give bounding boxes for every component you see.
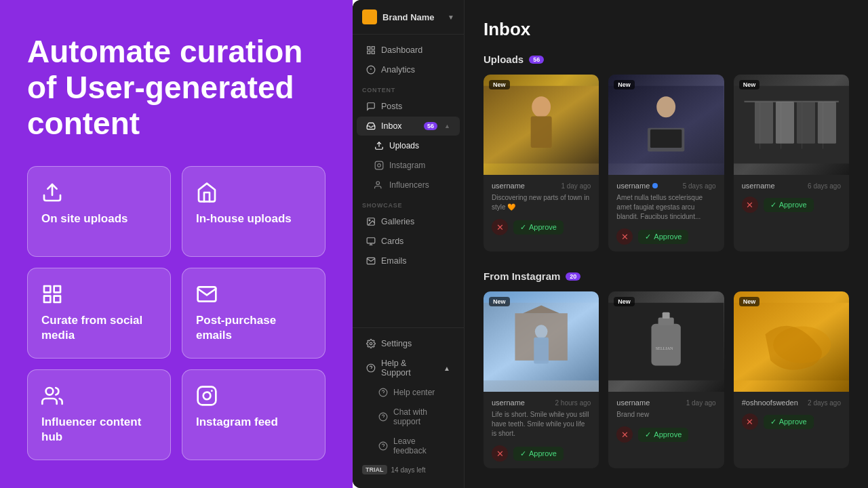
feature-label-on-site: On site uploads <box>41 211 157 226</box>
new-badge-3: New <box>739 80 760 89</box>
card-time-3: 6 days ago <box>808 182 841 190</box>
feedback-icon <box>378 441 388 451</box>
sidebar: Brand Name ▼ Dashboard Analytics <box>353 0 465 488</box>
insta-text-2: Brand new <box>616 410 715 420</box>
card-actions-2: ✕ Approve <box>616 228 715 245</box>
upload-icon <box>41 182 63 203</box>
card-meta-2: username 5 days ago <box>616 182 715 190</box>
card-image-woman <box>484 75 599 175</box>
uploads-cards-row: New username 1 day ago Discovering new p… <box>484 75 849 251</box>
svg-rect-36 <box>650 129 682 148</box>
svg-rect-16 <box>375 161 383 169</box>
sidebar-item-chat-support[interactable]: Chat with support <box>357 403 460 431</box>
brand-selector[interactable]: Brand Name ▼ <box>353 0 464 35</box>
upload-card-1: New username 1 day ago Discovering new p… <box>484 75 599 251</box>
svg-point-19 <box>369 220 370 221</box>
insta-reject-button-2[interactable]: ✕ <box>616 426 633 443</box>
insta-card-1: New username 2 hours ago Life is short. … <box>484 291 599 468</box>
svg-rect-54 <box>658 317 674 325</box>
sidebar-item-dashboard[interactable]: Dashboard <box>357 41 460 60</box>
sidebar-item-settings[interactable]: Settings <box>357 334 460 353</box>
sidebar-item-help-center[interactable]: Help center <box>357 383 460 402</box>
reject-button-3[interactable]: ✕ <box>742 197 758 213</box>
approve-button-2[interactable]: Approve <box>638 230 688 244</box>
svg-point-17 <box>376 182 380 185</box>
card-text-2: Amet nulla tellus scelerisque amet faugi… <box>616 193 715 222</box>
insta-approve-button-1[interactable]: Approve <box>513 447 564 461</box>
svg-rect-11 <box>372 51 374 54</box>
sidebar-item-posts[interactable]: Posts <box>357 97 460 116</box>
inbox-chevron-icon: ▲ <box>444 123 450 129</box>
feature-card-in-house-uploads[interactable]: In-house uploads <box>182 166 326 257</box>
sidebar-label-leave-feedback: Leave feedback <box>393 436 450 455</box>
card-time-1: 1 day ago <box>561 182 591 190</box>
insta-reject-button-1[interactable]: ✕ <box>492 445 508 462</box>
insta-username-3: #oshnoofsweden <box>742 399 798 407</box>
new-badge-2: New <box>614 80 635 89</box>
sidebar-item-inbox[interactable]: Inbox 56 ▲ <box>357 117 460 136</box>
insta-approve-button-2[interactable]: Approve <box>638 428 688 442</box>
feature-label-influencer: Influencer content hub <box>41 415 157 445</box>
card-body-2: username 5 days ago Amet nulla tellus sc… <box>608 175 724 251</box>
feature-card-influencer-hub[interactable]: Influencer content hub <box>27 369 171 460</box>
svg-point-5 <box>46 388 54 395</box>
card-meta-1: username 1 day ago <box>492 182 591 190</box>
help-chevron-icon: ▲ <box>443 365 450 372</box>
svg-rect-8 <box>368 47 370 49</box>
sidebar-label-analytics: Analytics <box>381 65 415 75</box>
insta-username-2: username <box>616 399 650 407</box>
uploads-badge: 56 <box>529 56 544 64</box>
insta-text-1: Life is short. Smile while you still hav… <box>492 410 591 439</box>
card-username-1: username <box>492 182 525 190</box>
sidebar-item-help[interactable]: Help & Support ▲ <box>357 354 460 382</box>
feature-grid: On site uploads In-house uploads Curate … <box>27 166 326 461</box>
insta-time-2: 1 day ago <box>686 399 716 407</box>
reject-button-2[interactable]: ✕ <box>616 228 633 245</box>
sidebar-item-instagram[interactable]: Instagram <box>357 156 460 175</box>
approve-button-3[interactable]: Approve <box>764 198 814 212</box>
card-image-clothes <box>734 75 849 175</box>
svg-rect-31 <box>531 117 552 148</box>
sidebar-item-cards[interactable]: Cards <box>357 232 460 251</box>
new-badge-insta-1: New <box>489 297 510 306</box>
inbox-icon <box>366 121 376 131</box>
mail-icon <box>196 283 218 305</box>
approve-button-1[interactable]: Approve <box>513 220 564 235</box>
sidebar-label-inbox: Inbox <box>381 121 402 131</box>
instagram-section-header: From Instagram 20 <box>484 270 849 282</box>
upload-card-2: New username 5 days ago Amet nulla tellu… <box>608 75 724 251</box>
reject-button-1[interactable]: ✕ <box>492 219 508 235</box>
insta-card-meta-1: username 2 hours ago <box>492 399 591 407</box>
sidebar-label-chat-support: Chat with support <box>393 407 450 426</box>
insta-card-2: SELLIAN New username 1 day ago Brand new… <box>608 291 724 468</box>
feature-card-post-purchase[interactable]: Post-purchase emails <box>182 268 326 359</box>
sidebar-footer: Settings Help & Support ▲ Help center <box>353 327 464 481</box>
uploads-sub-icon <box>374 141 384 150</box>
card-image-shoes <box>734 291 849 392</box>
sidebar-item-emails[interactable]: Emails <box>357 251 460 270</box>
svg-rect-1 <box>44 286 50 292</box>
svg-rect-51 <box>534 338 549 364</box>
sidebar-item-uploads[interactable]: Uploads <box>357 136 460 155</box>
cards-icon <box>366 237 376 246</box>
uploads-title: Uploads <box>484 54 524 65</box>
card-actions-1: ✕ Approve <box>492 219 591 235</box>
sidebar-item-analytics[interactable]: Analytics <box>357 60 460 79</box>
sidebar-label-emails: Emails <box>381 256 407 266</box>
svg-point-50 <box>535 325 548 338</box>
svg-rect-53 <box>652 324 681 366</box>
insta-reject-button-3[interactable]: ✕ <box>742 413 758 430</box>
sidebar-item-influencers[interactable]: Influencers <box>357 176 460 195</box>
feature-label-curate: Curate from social media <box>41 313 157 343</box>
upload-card-3: New username 6 days ago ✕ Approve <box>734 75 849 251</box>
feature-card-instagram-feed[interactable]: Instagram feed <box>182 369 326 460</box>
sidebar-item-galleries[interactable]: Galleries <box>357 212 460 231</box>
sidebar-item-leave-feedback[interactable]: Leave feedback <box>357 432 460 460</box>
feature-card-curate-social[interactable]: Curate from social media <box>27 268 171 359</box>
insta-approve-button-3[interactable]: Approve <box>764 415 814 429</box>
chevron-down-icon: ▼ <box>448 14 454 21</box>
sidebar-label-dashboard: Dashboard <box>381 45 422 55</box>
sidebar-section-showcase: SHOWCASE <box>353 195 464 211</box>
feature-card-on-site-uploads[interactable]: On site uploads <box>27 166 171 257</box>
svg-rect-43 <box>755 102 773 144</box>
